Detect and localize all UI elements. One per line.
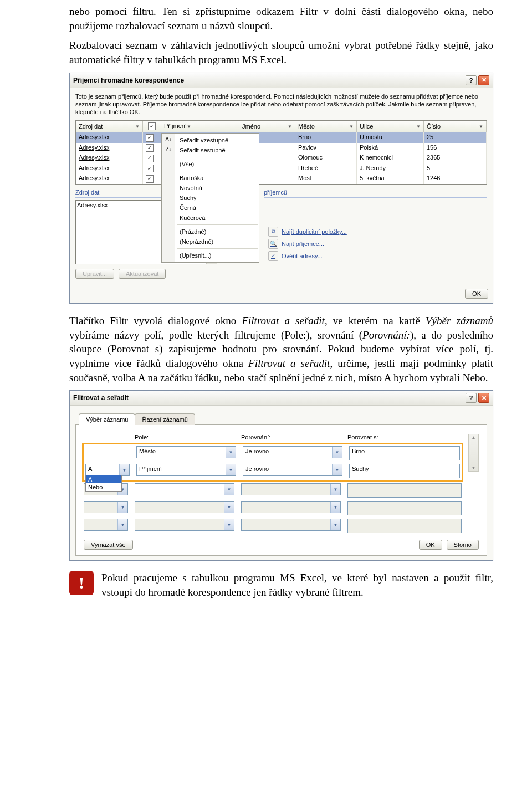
menu-value[interactable]: Černá — [162, 203, 259, 213]
chevron-down-icon: ▼ — [479, 124, 483, 129]
dialog-title: Filtrovat a seřadit — [73, 394, 129, 402]
menu-sort-asc[interactable]: A↓Seřadit vzestupně — [162, 135, 259, 145]
chevron-down-icon: ▼ — [288, 124, 292, 129]
compare-value-input — [347, 501, 462, 515]
titlebar: Příjemci hromadné korespondence ? ✕ — [70, 73, 493, 88]
scrollbar[interactable]: ▲▼ — [468, 434, 479, 472]
chevron-down-icon: ▼ — [117, 502, 127, 513]
column-number[interactable]: Číslo▼ — [424, 121, 487, 132]
recipients-table: Zdroj dat▼ ✓ Příjmení▼ A↓Seřadit vzestup… — [75, 120, 487, 185]
close-button[interactable]: ✕ — [478, 393, 489, 403]
menu-value[interactable]: Kučerová — [162, 213, 259, 223]
cancel-button[interactable]: Storno — [447, 540, 479, 550]
lower-label-recipients: příjemců — [264, 189, 487, 196]
menu-nonblank[interactable]: (Neprázdné) — [162, 237, 259, 247]
warning-icon: ! — [69, 571, 94, 595]
dialog-title: Příjemci hromadné korespondence — [73, 76, 184, 84]
menu-advanced[interactable]: (Upřesnit...) — [162, 250, 259, 260]
menu-sort-desc[interactable]: Z↓Seřadit sestupně — [162, 145, 259, 155]
menu-value[interactable]: Bartoška — [162, 173, 259, 183]
column-filter-menu: A↓Seřadit vzestupně Z↓Seřadit sestupně (… — [161, 133, 259, 263]
chevron-down-icon: ▼ — [349, 124, 354, 129]
link-duplicates[interactable]: ⧉Najít duplicitní položky... — [268, 227, 487, 237]
intro-p2: Rozbalovací seznam v záhlavích jednotliv… — [69, 38, 493, 66]
chevron-down-icon: ▼ — [135, 124, 140, 129]
column-city[interactable]: Město▼ — [295, 121, 357, 132]
chevron-down-icon: ▼ — [224, 519, 234, 530]
ok-button[interactable]: OK — [465, 289, 488, 299]
chevron-down-icon: ▼ — [226, 464, 236, 475]
comparison-combo[interactable]: Je rovno▼ — [243, 464, 342, 476]
column-street[interactable]: Ulice▼ — [357, 121, 424, 132]
label-compare-with: Porovnat s: — [347, 434, 462, 441]
menu-blank[interactable]: (Prázdné) — [162, 227, 259, 237]
compare-value-input — [347, 483, 462, 498]
tab-sort-records[interactable]: Řazení záznamů — [135, 413, 195, 425]
comparison-combo: ▼ — [241, 519, 341, 531]
field-combo[interactable]: Příjmení▼ — [136, 464, 236, 476]
compare-value-input[interactable]: Suchý — [349, 464, 460, 478]
titlebar: Filtrovat a seřadit ? ✕ — [70, 391, 493, 406]
table-row[interactable]: Adresy.xlsx✓HřebečJ. Nerudy5 — [76, 163, 487, 174]
table-row[interactable]: Adresy.xlsx✓BrnoU mostu25 — [76, 132, 487, 143]
sort-desc-icon: Z↓ — [164, 146, 173, 154]
and-or-combo: ▼ — [84, 501, 128, 513]
compare-value-input — [347, 519, 462, 533]
compare-value-input[interactable]: Brno — [349, 446, 460, 460]
column-surname[interactable]: Příjmení▼ A↓Seřadit vzestupně Z↓Seřadit … — [161, 121, 239, 132]
link-find[interactable]: 🔍Najít příjemce... — [268, 239, 487, 249]
chevron-down-icon: ▼ — [226, 447, 236, 458]
table-row[interactable]: Adresy.xlsx✓OlomoucK nemocnici2365 — [76, 153, 487, 163]
clear-all-button[interactable]: Vymazat vše — [84, 540, 133, 550]
dropdown-option[interactable]: A — [86, 475, 121, 483]
field-combo: ▼ — [135, 519, 234, 531]
mid-paragraph: Tlačítko Filtr vyvolá dialogové okno Fil… — [69, 314, 493, 385]
chevron-down-icon: ▼ — [119, 464, 129, 475]
chevron-down-icon: ▼ — [224, 502, 234, 513]
help-button[interactable]: ? — [466, 75, 477, 85]
comparison-combo: ▼ — [241, 483, 341, 495]
column-name[interactable]: Jméno▼ — [239, 121, 295, 132]
refresh-button[interactable]: Aktualizovat — [119, 269, 166, 279]
verify-icon: ✓ — [268, 251, 278, 261]
menu-value[interactable]: Suchý — [162, 193, 259, 203]
field-combo: ▼ — [135, 501, 234, 513]
and-or-combo[interactable]: A▼ — [85, 464, 130, 476]
search-icon: 🔍 — [268, 239, 278, 249]
and-or-combo: ▼ — [84, 519, 128, 531]
close-button[interactable]: ✕ — [478, 75, 489, 85]
intro-p1: nebo pomocí filtru. Ten si zpřístupníme … — [69, 4, 493, 33]
chevron-down-icon: ▼ — [117, 519, 127, 530]
table-row[interactable]: Adresy.xlsx✓Most5. května1246 — [76, 173, 487, 184]
edit-button[interactable]: Upravit... — [75, 269, 114, 279]
duplicates-icon: ⧉ — [268, 227, 278, 237]
field-combo[interactable]: Město▼ — [136, 446, 236, 458]
column-check[interactable]: ✓ — [143, 121, 161, 132]
comparison-combo: ▼ — [241, 501, 341, 513]
chevron-down-icon: ▼ — [416, 124, 421, 129]
tab-select-records[interactable]: Výběr záznamů — [79, 413, 135, 425]
dropdown-option[interactable]: Nebo — [86, 483, 121, 491]
dialog-filter-sort: Filtrovat a seřadit ? ✕ Výběr záznamů Řa… — [69, 390, 493, 561]
chevron-down-icon: ▼ — [330, 502, 340, 513]
note-paragraph: Pokud pracujeme s tabulkou programu MS E… — [101, 571, 493, 599]
label-field: Pole: — [135, 434, 234, 441]
link-verify[interactable]: ✓Ověřit adresy... — [268, 251, 487, 261]
chevron-down-icon: ▼ — [224, 484, 234, 495]
column-source[interactable]: Zdroj dat▼ — [76, 121, 143, 132]
label-comparison: Porovnání: — [241, 434, 341, 441]
table-row[interactable]: Adresy.xlsx✓PavlovPolská156 — [76, 143, 487, 153]
comparison-combo[interactable]: Je rovno▼ — [243, 446, 342, 458]
help-button[interactable]: ? — [466, 393, 477, 403]
ok-button[interactable]: OK — [419, 540, 442, 550]
chevron-down-icon: ▼ — [330, 484, 340, 495]
chevron-down-icon: ▼ — [187, 124, 191, 129]
sort-asc-icon: A↓ — [164, 136, 173, 144]
chevron-down-icon: ▼ — [330, 519, 340, 530]
field-combo[interactable]: ▼ — [135, 483, 234, 495]
dialog-recipients: Příjemci hromadné korespondence ? ✕ Toto… — [69, 73, 493, 304]
dialog-description: Toto je seznam příjemců, který bude použ… — [75, 93, 487, 116]
menu-value[interactable]: Novotná — [162, 183, 259, 193]
and-or-dropdown: A Nebo — [85, 475, 122, 492]
menu-all[interactable]: (Vše) — [162, 159, 259, 169]
